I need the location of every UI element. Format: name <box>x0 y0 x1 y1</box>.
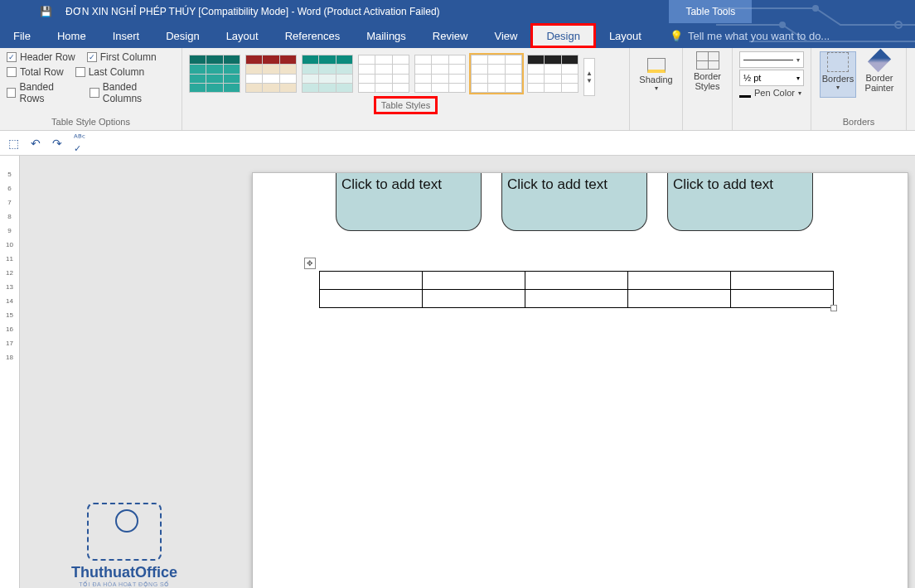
group-line-settings: ▾ ½ pt▾ Pen Color▾ <box>733 48 811 130</box>
textbox-2[interactable]: Click to add text <box>501 173 647 231</box>
paint-bucket-icon <box>647 58 666 73</box>
chk-banded-rows[interactable]: Banded Rows <box>7 81 78 104</box>
group-label-tso: Table Style Options <box>7 117 175 128</box>
line-style-select[interactable]: ▾ <box>739 51 804 68</box>
doc-table[interactable] <box>319 271 834 308</box>
table-style-thumb-1[interactable] <box>189 55 240 93</box>
menu-tabs: File Home Insert Design Layout Reference… <box>0 23 915 48</box>
border-styles-button[interactable]: Border Styles <box>690 51 726 98</box>
tell-me-search[interactable]: 💡 Tell me what you want to do... <box>655 23 830 48</box>
table-style-thumb-6[interactable] <box>471 55 522 93</box>
group-borders: Borders ▾ Border Painter Borders <box>811 48 907 130</box>
shading-button[interactable]: Shading ▾ <box>638 51 675 98</box>
doc-table-container: ✥ <box>319 271 834 308</box>
table-style-thumb-2[interactable] <box>245 55 297 93</box>
title-bar: 💾 ĐƠN XIN NGHỈ PHÉP THÚY [Compatibility … <box>0 0 915 23</box>
chk-last-column[interactable]: Last Column <box>75 66 144 78</box>
group-table-styles: ▲▼ Table Styles <box>182 48 630 130</box>
textbox-3[interactable]: Click to add text <box>667 173 813 231</box>
quick-access-toolbar: ⬚ ↶ ↷ ᴬᴮᶜ✓ <box>0 131 915 156</box>
logo-text: ThuthuatOffice <box>50 564 199 581</box>
border-painter-icon <box>868 49 891 72</box>
tab-references[interactable]: References <box>272 23 353 48</box>
tab-table-layout[interactable]: Layout <box>596 23 655 48</box>
chk-banded-columns[interactable]: Banded Columns <box>90 81 175 104</box>
page[interactable]: Click to add text Click to add text Clic… <box>252 172 908 588</box>
table-style-thumb-5[interactable] <box>414 55 466 93</box>
table-style-thumb-4[interactable] <box>358 55 409 93</box>
group-table-style-options: ✓Header Row ✓First Column Total Row Last… <box>0 48 182 130</box>
tell-me-placeholder: Tell me what you want to do... <box>688 30 830 42</box>
tab-insert[interactable]: Insert <box>99 23 153 48</box>
tab-file[interactable]: File <box>0 23 44 48</box>
border-styles-icon <box>696 51 719 70</box>
tab-layout[interactable]: Layout <box>213 23 272 48</box>
table-resize-handle[interactable] <box>830 305 837 311</box>
tab-design[interactable]: Design <box>152 23 212 48</box>
tab-table-design[interactable]: Design <box>530 23 595 48</box>
textbox-1[interactable]: Click to add text <box>336 173 482 231</box>
window-title: ĐƠN XIN NGHỈ PHÉP THÚY [Compatibility Mo… <box>65 6 440 17</box>
group-shading: Shading ▾ <box>630 48 683 130</box>
borders-icon <box>827 52 849 72</box>
table-style-thumb-7[interactable] <box>527 55 579 93</box>
qat-touch-mode-icon[interactable]: ⬚ <box>8 137 19 150</box>
ribbon: ✓Header Row ✓First Column Total Row Last… <box>0 48 915 131</box>
gallery-expand-button[interactable]: ▲▼ <box>583 58 595 96</box>
qat-spelling-icon[interactable]: ᴬᴮᶜ✓ <box>74 133 85 154</box>
save-icon[interactable]: 💾 <box>40 6 52 17</box>
line-weight-select[interactable]: ½ pt▾ <box>739 70 804 86</box>
borders-button[interactable]: Borders ▾ <box>820 51 856 98</box>
group-label-table-styles: Table Styles <box>374 96 438 114</box>
tab-review[interactable]: Review <box>419 23 482 48</box>
watermark-logo: ThuthuatOffice TỐI ĐA HÓA HOẠT ĐỘNG SỐ <box>50 503 199 588</box>
table-move-handle[interactable]: ✥ <box>304 258 316 269</box>
logo-illustration-icon <box>87 503 162 561</box>
redo-button[interactable]: ↷ <box>52 137 62 150</box>
border-painter-button[interactable]: Border Painter <box>861 51 898 98</box>
vertical-ruler[interactable]: 56789101112131415161718 <box>0 156 20 588</box>
tab-mailings[interactable]: Mailings <box>353 23 419 48</box>
pen-icon <box>739 88 751 98</box>
group-label-borders: Borders <box>843 117 875 128</box>
chk-total-row[interactable]: Total Row <box>7 66 64 78</box>
tabletools-contextual-label: Table Tools <box>669 0 752 23</box>
tab-view[interactable]: View <box>481 23 530 48</box>
undo-button[interactable]: ↶ <box>31 137 41 150</box>
table-style-thumb-3[interactable] <box>302 55 353 93</box>
pen-color-button[interactable]: Pen Color▾ <box>739 88 804 98</box>
chk-header-row[interactable]: ✓Header Row <box>7 51 75 63</box>
logo-subtext: TỐI ĐA HÓA HOẠT ĐỘNG SỐ <box>50 581 199 588</box>
group-border-styles: Border Styles <box>683 48 733 130</box>
tab-home[interactable]: Home <box>44 23 99 48</box>
lightbulb-icon: 💡 <box>670 30 683 42</box>
chk-first-column[interactable]: ✓First Column <box>87 51 157 63</box>
